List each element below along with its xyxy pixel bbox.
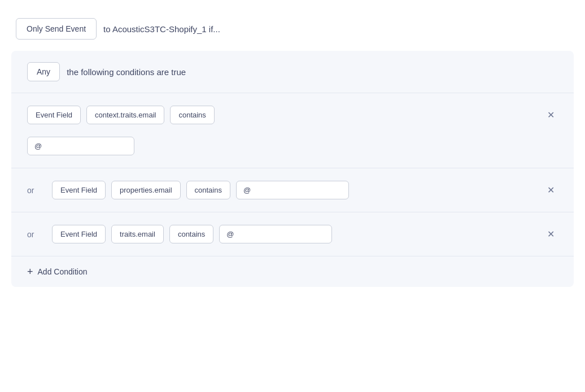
- conditions-area: Any the following conditions are true Ev…: [11, 51, 574, 287]
- remove-condition-2-button[interactable]: ✕: [544, 185, 558, 196]
- value-input-1[interactable]: [27, 137, 134, 155]
- value-input-2[interactable]: [236, 181, 349, 199]
- add-condition-label: Add Condition: [38, 267, 88, 276]
- add-condition-button[interactable]: + Add Condition: [27, 267, 87, 277]
- condition-top-row: Event Field context.traits.email contain…: [27, 106, 558, 124]
- field-button-2[interactable]: Event Field: [52, 181, 106, 199]
- value-input-3[interactable]: [219, 225, 332, 243]
- or-label-3: or: [27, 230, 44, 239]
- condition-row-3: or Event Field traits.email contains ✕: [11, 212, 574, 256]
- header-row: Only Send Event to AcousticS3TC-Shopify_…: [0, 11, 585, 51]
- field-value-button-3[interactable]: traits.email: [111, 225, 164, 243]
- page-container: Only Send Event to AcousticS3TC-Shopify_…: [0, 0, 585, 392]
- plus-icon: +: [27, 267, 33, 277]
- field-value-button-2[interactable]: properties.email: [111, 181, 181, 199]
- condition-row-2: or Event Field properties.email contains…: [11, 168, 574, 212]
- field-button-1[interactable]: Event Field: [27, 106, 81, 124]
- any-suffix-text: the following conditions are true: [67, 67, 186, 77]
- only-send-button[interactable]: Only Send Event: [16, 18, 97, 40]
- header-suffix-text: to AcousticS3TC-Shopify_1 if...: [103, 24, 220, 34]
- operator-button-2[interactable]: contains: [186, 181, 230, 199]
- add-condition-row: + Add Condition: [11, 256, 574, 287]
- field-button-3[interactable]: Event Field: [52, 225, 106, 243]
- field-value-button-1[interactable]: context.traits.email: [86, 106, 164, 124]
- or-label-2: or: [27, 186, 44, 195]
- operator-button-3[interactable]: contains: [169, 225, 213, 243]
- condition-bottom-row: [27, 137, 134, 155]
- remove-condition-3-button[interactable]: ✕: [544, 229, 558, 240]
- any-button[interactable]: Any: [27, 62, 60, 81]
- remove-condition-1-button[interactable]: ✕: [544, 110, 558, 121]
- condition-row: Event Field context.traits.email contain…: [11, 93, 574, 168]
- any-row: Any the following conditions are true: [11, 51, 574, 93]
- operator-button-1[interactable]: contains: [170, 106, 214, 124]
